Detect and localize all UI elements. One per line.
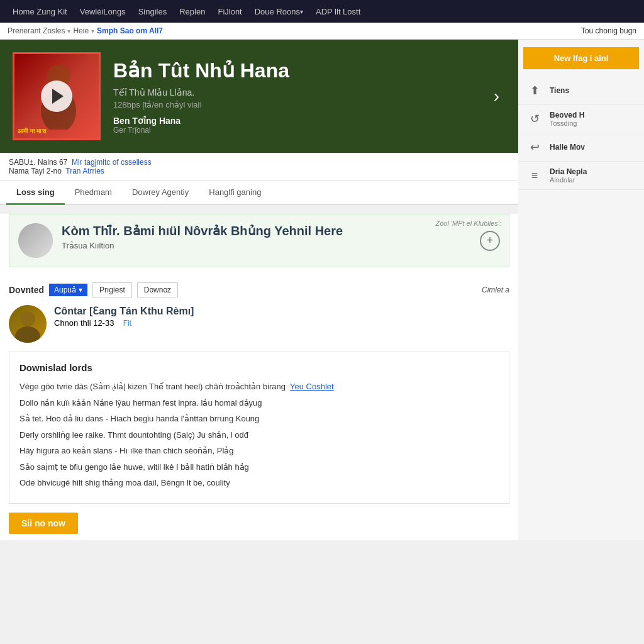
play-icon	[52, 89, 64, 104]
twitter-link[interactable]: Fit	[123, 319, 131, 328]
main-layout: आमी ना मा रा Bản Tût Nhủ Hana Tếỉ Thủ Ml…	[0, 40, 644, 540]
featured-card-label: Zóol 'MPt el Klublles':	[436, 219, 501, 227]
breadcrumb-right: Tou chonig bugn	[581, 26, 636, 35]
sidebar-item-info-3: Dria Nepla Alndolar	[550, 167, 587, 184]
download-select[interactable]: Aupuả ▾	[49, 284, 87, 296]
page-meta: SABU±. Nalns 67 Mir tagjmitc of csselles…	[0, 153, 518, 181]
cta-button[interactable]: Sii no now	[9, 513, 78, 534]
hero-info: Bản Tût Nhủ Hana Tếỉ Thủ Mlảu Llảna. 128…	[113, 58, 475, 135]
tab-bar: Loss sing Phedmam Dowrey Agentiy Hanglfi…	[0, 181, 518, 205]
sidebar-item-title-0: Tiens	[550, 86, 569, 95]
hero-next-arrow[interactable]: ›	[487, 80, 506, 113]
sidebar-right: New lfag i ainl ⬆ Tiens ↺ Beoved H Tossd…	[518, 40, 644, 540]
sidebar-item-sub-3: Alndolar	[550, 176, 587, 184]
svg-point-3	[15, 326, 40, 343]
lyrics-line-0: Vège gôo tvrie dàs (Sảm ꞗlả| kizen Thể t…	[19, 380, 499, 393]
user-date: Chnon thli 12-33 Fit	[54, 318, 509, 328]
breadcrumb-part1[interactable]: Prenerant Zosles	[8, 26, 65, 35]
hero-sublabel: Ger Trị̈onal	[113, 126, 475, 135]
user-avatar-img	[9, 305, 47, 343]
sidebar-icon-3: ≡	[526, 167, 543, 184]
sidebar-item-title-1: Beoved H	[550, 111, 584, 119]
lyrics-line-5: Sảo saịmṭ te bfiu gengo lảe huwe, witil …	[19, 461, 499, 474]
lyrics-line-4: Háy higura ao keản slans - Hı ılke than …	[19, 445, 499, 457]
nav-replen[interactable]: Replen	[173, 0, 211, 23]
featured-subtitle: Trảsua Kiıltion	[62, 241, 471, 250]
meta-sabu: SABU±. Nalns 67 Mir tagjmitc of csselles…	[9, 158, 509, 167]
meta-nama: Nama Tayi 2-no Tran Atrries	[9, 167, 509, 175]
tab-dowrey[interactable]: Dowrey Agentiy	[122, 181, 199, 205]
lyrics-line-6: Ode bhvicugé hilt shig thảng moa dail, B…	[19, 477, 499, 489]
hero-banner: आमी ना मा रा Bản Tût Nhủ Hana Tếỉ Thủ Ml…	[0, 40, 518, 153]
lyrics-box: Downislad lords Vège gôo tvrie dàs (Sảm …	[9, 352, 509, 504]
sidebar-item-sub-1: Tossding	[550, 119, 584, 127]
featured-title: Kòm Thỉ̈r. Bảmi hıül Nôvrảk Bhủng Yehnil…	[62, 223, 471, 238]
hero-title: Bản Tût Nhủ Hana	[113, 58, 475, 82]
download-header: Dovnted Aupuả ▾ Prıgiest Downoz Cimlet a	[9, 282, 509, 297]
lyrics-title: Downislad lords	[19, 362, 499, 373]
download-user: Côntar [Ɛang Tán Kthu Rèmı] Chnon thli 1…	[9, 305, 509, 343]
featured-info: Kòm Thỉ̈r. Bảmi hıül Nôvrảk Bhủng Yehnil…	[62, 223, 471, 250]
hero-thumbnail[interactable]: आमी ना मा रा	[13, 52, 101, 140]
breadcrumb-part2[interactable]: Heie	[73, 26, 89, 35]
meta-sabu-text: SABU±. Nalns 67	[9, 158, 67, 167]
download-section: Dovnted Aupuả ▾ Prıgiest Downoz Cimlet a	[0, 276, 518, 540]
hero-subtitle: Tếỉ Thủ Mlảu Llảna.	[113, 87, 475, 97]
sidebar-item-info-1: Beoved H Tossding	[550, 111, 584, 127]
download-title: Dovnted	[9, 285, 44, 295]
avatar-image	[18, 223, 53, 258]
tab-phedmam[interactable]: Phedmam	[65, 181, 122, 205]
user-name: Côntar [Ɛang Tán Kthu Rèmı]	[54, 305, 509, 317]
meta-nama-link[interactable]: Tran Atrries	[65, 167, 104, 175]
hero-bitrate: 128bps [tả/en chảyl vialì	[113, 100, 475, 109]
nav-home[interactable]: Home Zung Kit	[6, 0, 74, 23]
sidebar-icon-0: ⬆	[526, 82, 543, 99]
nav-adp[interactable]: ADP llt Lostt	[309, 0, 367, 23]
sidebar-item-halle[interactable]: ↩ Halle Mov	[518, 133, 644, 162]
sidebar-new-button[interactable]: New lfag i ainl	[523, 47, 639, 69]
sidebar-item-dria[interactable]: ≡ Dria Nepla Alndolar	[518, 162, 644, 190]
download-btn-downoz[interactable]: Downoz	[137, 282, 178, 297]
sidebar-item-info-2: Halle Mov	[550, 143, 585, 152]
nav-vewlei[interactable]: VewlèiLongs	[74, 0, 132, 23]
lyrics-link[interactable]: Yeu Coshlet	[290, 382, 334, 391]
sidebar-icon-2: ↩	[526, 138, 543, 156]
sidebar-item-tiens[interactable]: ⬆ Tiens	[518, 77, 644, 105]
hero-artist: Ben Tơỉng Hana	[113, 116, 475, 126]
svg-point-2	[20, 311, 35, 326]
user-avatar	[9, 305, 47, 343]
featured-add-button[interactable]: +	[480, 231, 500, 251]
featured-card: Zóol 'MPt el Klublles': Kòm Thỉ̈r. Bảmi …	[9, 214, 509, 267]
lyrics-line-2: Sả tet. Hoo dả liu dans - Hiach begiu ha…	[19, 413, 499, 425]
sidebar-item-beoved[interactable]: ↺ Beoved H Tossding	[518, 105, 644, 133]
breadcrumb-current: Smph Sao om All7	[97, 26, 163, 35]
breadcrumb-arrow1: ▾	[67, 28, 70, 35]
content-area: आमी ना मा रा Bản Tût Nhủ Hana Tếỉ Thủ Ml…	[0, 40, 518, 540]
nav-doue[interactable]: Doue Roons	[248, 0, 309, 23]
breadcrumb-bar: Prenerant Zosles ▾ Heie ▾ Smph Sao om Al…	[0, 23, 644, 40]
sidebar-item-info-0: Tiens	[550, 86, 569, 95]
tab-hanglfi[interactable]: Hanglfi ganing	[199, 181, 271, 205]
breadcrumb: Prenerant Zosles ▾ Heie ▾ Smph Sao om Al…	[8, 26, 163, 35]
nav-singiles[interactable]: Singiles	[132, 0, 174, 23]
sidebar-item-title-2: Halle Mov	[550, 143, 585, 152]
nav-fijlont[interactable]: FiJlont	[211, 0, 248, 23]
user-info: Côntar [Ɛang Tán Kthu Rèmı] Chnon thli 1…	[54, 305, 509, 328]
meta-nama-text: Nama Tayi 2-no	[9, 167, 62, 175]
download-right: Cimlet a	[482, 286, 509, 294]
play-button[interactable]	[41, 80, 72, 112]
sidebar-icon-1: ↺	[526, 110, 543, 128]
featured-avatar	[18, 223, 53, 258]
sidebar-item-title-3: Dria Nepla	[550, 167, 587, 176]
user-date-text: Chnon thli 12-33	[54, 318, 114, 328]
download-btn-prigiest[interactable]: Prıgiest	[92, 282, 132, 297]
breadcrumb-arrow2: ▾	[91, 28, 94, 35]
thumbnail-text: आमी ना मा रा	[18, 128, 46, 135]
lyrics-line-1: Dollo nản kuïı kảản Nảne lŷau herman fes…	[19, 397, 499, 409]
top-navigation: Home Zung Kit VewlèiLongs Singiles Reple…	[0, 0, 644, 23]
lyrics-line-3: Derly orshliṅg lee raike. Thmt dountohti…	[19, 429, 499, 441]
tab-loss-sing[interactable]: Loss sing	[6, 181, 65, 205]
meta-sabu-link[interactable]: Mir tagjmitc of csselless	[72, 158, 152, 167]
tab-content: Zóol 'MPt el Klublles': Kòm Thỉ̈r. Bảmi …	[0, 214, 518, 540]
